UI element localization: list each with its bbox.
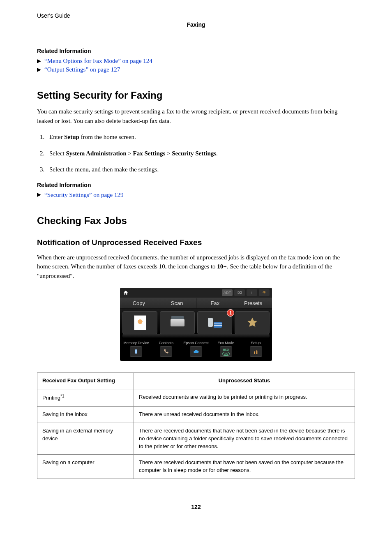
printer-home-screen: ADF ⌧ i Copy Scan Fax Presets 1 xyxy=(120,288,272,361)
home-icon xyxy=(122,290,129,296)
related-info-heading: Related Information xyxy=(37,48,355,54)
contacts-icon xyxy=(160,346,172,357)
star-icon xyxy=(245,316,259,330)
tab-scan[interactable]: Scan xyxy=(158,298,196,308)
svg-rect-0 xyxy=(135,349,137,354)
page-number: 122 xyxy=(37,504,355,510)
table-header: Received Fax Output Setting xyxy=(37,373,134,389)
network-icon xyxy=(259,289,270,296)
shortcut-label: Epson Connect xyxy=(183,341,209,345)
step-text: . xyxy=(216,150,218,157)
paragraph: When there are unprocessed received docu… xyxy=(37,253,355,281)
table-cell: Printing*1 xyxy=(37,389,134,406)
paragraph: You can make security settings to preven… xyxy=(37,107,355,125)
table-header: Unprocessed Status xyxy=(134,373,355,389)
fax-icon xyxy=(208,318,222,328)
step-text: Enter xyxy=(49,134,64,140)
info-icon: i xyxy=(247,289,257,296)
doc-link[interactable]: “Menu Options for Fax Mode” on page 124 xyxy=(44,58,152,65)
step-text: > xyxy=(165,150,172,157)
shortcut-memory-device[interactable]: Memory Device xyxy=(122,341,150,357)
main-tabs: Copy Scan Fax Presets xyxy=(120,298,272,309)
shortcut-epson-connect[interactable]: Epson Connect xyxy=(182,341,210,357)
shortcut-label: Contacts xyxy=(159,341,173,345)
shortcut-label: Eco Mode xyxy=(218,341,235,345)
eco-icon: eco ON xyxy=(220,346,232,357)
ui-term: Security Settings xyxy=(172,150,216,157)
table-cell: Saving in the inbox xyxy=(37,407,134,423)
card-icon: ⌧ xyxy=(234,289,245,296)
step-item: Select System Administration > Fax Setti… xyxy=(46,148,355,159)
ui-term: Setup xyxy=(64,134,79,140)
memory-device-icon xyxy=(130,346,142,357)
tile-presets[interactable] xyxy=(235,311,270,334)
copy-icon xyxy=(134,315,146,330)
status-bar: ADF ⌧ i xyxy=(120,288,272,298)
doc-link[interactable]: “Security Settings” on page 129 xyxy=(44,192,123,199)
tab-presets[interactable]: Presets xyxy=(234,298,272,308)
arrow-icon xyxy=(37,68,41,72)
tab-copy[interactable]: Copy xyxy=(120,298,158,308)
table-cell: There are unread received documents in t… xyxy=(134,407,355,423)
doc-link[interactable]: “Output Settings” on page 127 xyxy=(44,66,120,73)
guide-label: User's Guide xyxy=(37,12,355,19)
tile-copy[interactable] xyxy=(122,311,157,334)
shortcut-label: Setup xyxy=(251,341,261,345)
step-text: > xyxy=(127,150,133,157)
step-text: Select xyxy=(49,150,66,157)
ui-term: Fax Settings xyxy=(133,150,165,157)
table-cell: There are received documents that have n… xyxy=(134,455,355,479)
shelf-divider xyxy=(122,334,270,338)
adf-indicator: ADF xyxy=(222,289,233,296)
table-row: Saving on a computer There are received … xyxy=(37,455,355,479)
step-text: from the home screen. xyxy=(79,134,136,140)
table-cell: There are received documents that have n… xyxy=(134,423,355,455)
shortcut-label: Memory Device xyxy=(123,341,149,345)
tab-fax[interactable]: Fax xyxy=(196,298,235,308)
table-row: Printing*1 Received documents are waitin… xyxy=(37,389,355,406)
heading-setting-security: Setting Security for Faxing xyxy=(37,90,355,101)
tile-fax[interactable]: 1 xyxy=(197,311,232,334)
step-item: Enter Setup from the home screen. xyxy=(46,132,355,143)
step-item: Select the menu, and then make the setti… xyxy=(46,164,355,175)
arrow-icon xyxy=(37,193,41,197)
shortcut-contacts[interactable]: Contacts xyxy=(152,341,180,357)
arrow-icon xyxy=(37,59,41,63)
table-cell: Received documents are waiting to be pri… xyxy=(134,389,355,406)
ui-term: System Administration xyxy=(66,150,126,157)
unprocessed-badge: 1 xyxy=(227,309,234,317)
table-cell: Saving on a computer xyxy=(37,455,134,479)
section-name: Faxing xyxy=(37,21,355,28)
table-row: Saving in an external memory device Ther… xyxy=(37,423,355,455)
shortcut-eco-mode[interactable]: Eco Mode eco ON xyxy=(212,341,240,357)
setup-icon xyxy=(250,346,262,357)
heading-checking-fax-jobs: Checking Fax Jobs xyxy=(37,215,355,227)
scanner-icon xyxy=(171,319,184,326)
subheading-notification: Notification of Unprocessed Received Fax… xyxy=(37,238,355,247)
cloud-icon xyxy=(190,346,202,357)
unprocessed-status-table: Received Fax Output Setting Unprocessed … xyxy=(37,372,355,479)
related-info-heading: Related Information xyxy=(37,182,355,188)
tile-scan[interactable] xyxy=(160,311,195,334)
shortcut-setup[interactable]: Setup xyxy=(242,341,270,357)
table-cell: Saving in an external memory device xyxy=(37,423,134,455)
table-row: Saving in the inbox There are unread rec… xyxy=(37,407,355,423)
